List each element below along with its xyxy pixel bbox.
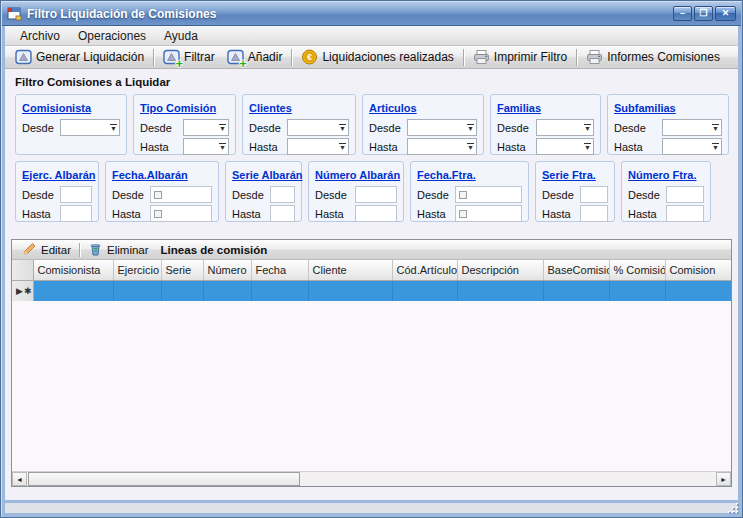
tipo-comision-link[interactable]: Tipo Comisión — [140, 102, 216, 114]
fecha-albaran-hasta-datepicker[interactable] — [150, 205, 212, 222]
liquidaciones-realizadas-button[interactable]: € Liquidaciones realizadas — [295, 47, 459, 67]
scrollbar-track[interactable] — [300, 472, 716, 486]
scroll-left-arrow-icon[interactable]: ◄ — [12, 472, 27, 486]
serie-albaran-link[interactable]: Serie Albarán — [232, 169, 303, 181]
numero-albaran-link[interactable]: Número Albarán — [315, 169, 400, 181]
col-descripcion[interactable]: Descripción — [457, 260, 543, 280]
fecha-ftra-hasta-datepicker[interactable] — [455, 205, 522, 222]
informes-comisiones-button[interactable]: Informes Comisiones — [580, 47, 726, 67]
fecha-albaran-link[interactable]: Fecha.Albarán — [112, 169, 188, 181]
subfamilias-link[interactable]: Subfamilias — [614, 102, 676, 114]
familias-hasta-combo[interactable]: ▼ — [536, 138, 594, 155]
numero-ftra-link[interactable]: Número Ftra. — [628, 169, 696, 181]
col-basecomision[interactable]: BaseComision — [543, 260, 609, 280]
checkbox-icon[interactable] — [459, 210, 467, 218]
cell[interactable] — [251, 280, 308, 301]
col-serie[interactable]: Serie — [161, 260, 203, 280]
checkbox-icon[interactable] — [459, 191, 467, 199]
col-cliente[interactable]: Cliente — [308, 260, 392, 280]
ejerc-albaran-link[interactable]: Ejerc. Albarán — [22, 169, 96, 181]
checkbox-icon[interactable] — [154, 210, 162, 218]
grid-new-row-selected[interactable]: ▶✱ — [12, 280, 731, 301]
filtrar-button[interactable]: + Filtrar — [157, 47, 221, 67]
clientes-hasta-combo[interactable]: ▼ — [287, 138, 349, 155]
col-ejercicio[interactable]: Ejercicio — [113, 260, 161, 280]
desde-label: Desde — [369, 122, 407, 134]
hasta-label: Hasta — [369, 141, 407, 153]
familias-link[interactable]: Familias — [497, 102, 541, 114]
maximize-button[interactable]: ❐ — [694, 6, 713, 21]
cell[interactable] — [665, 280, 731, 301]
serie-albaran-hasta-input[interactable] — [270, 205, 295, 222]
familias-desde-combo[interactable]: ▼ — [536, 119, 594, 136]
close-button[interactable]: ✕ — [715, 6, 736, 21]
filter-group-numero-ftra: Número Ftra. Desde Hasta — [621, 161, 711, 222]
fecha-ftra-link[interactable]: Fecha.Ftra. — [417, 169, 476, 181]
desde-label: Desde — [628, 189, 666, 201]
clientes-desde-combo[interactable]: ▼ — [287, 119, 349, 136]
fecha-ftra-desde-datepicker[interactable] — [455, 186, 522, 203]
hasta-label: Hasta — [315, 208, 353, 220]
serie-ftra-desde-input[interactable] — [580, 186, 608, 203]
numero-ftra-hasta-input[interactable] — [666, 205, 704, 222]
col-numero[interactable]: Número — [203, 260, 251, 280]
editar-button[interactable]: Editar — [16, 241, 77, 259]
cell[interactable] — [308, 280, 392, 301]
menu-bar: Archivo Operaciones Ayuda — [5, 26, 738, 46]
menu-ayuda[interactable]: Ayuda — [155, 27, 207, 45]
hasta-label: Hasta — [232, 208, 270, 220]
resize-grip-icon[interactable] — [728, 503, 740, 515]
cell[interactable] — [33, 280, 113, 301]
fecha-albaran-desde-datepicker[interactable] — [150, 186, 212, 203]
anadir-label: Añadir — [248, 50, 283, 64]
subfamilias-desde-combo[interactable]: ▼ — [662, 119, 722, 136]
col-fecha[interactable]: Fecha — [251, 260, 308, 280]
articulos-desde-combo[interactable]: ▼ — [407, 119, 477, 136]
commission-lines-grid[interactable]: Comisionista Ejercicio Serie Número Fech… — [12, 260, 731, 471]
clientes-link[interactable]: Clientes — [249, 102, 292, 114]
articulos-hasta-combo[interactable]: ▼ — [407, 138, 477, 155]
cell[interactable] — [543, 280, 609, 301]
tipo-comision-desde-combo[interactable]: ▼ — [183, 119, 229, 136]
menu-operaciones[interactable]: Operaciones — [69, 27, 155, 45]
numero-ftra-desde-input[interactable] — [666, 186, 704, 203]
col-comision[interactable]: Comision — [665, 260, 731, 280]
numero-albaran-hasta-input[interactable] — [355, 205, 397, 222]
cell[interactable] — [609, 280, 665, 301]
horizontal-scrollbar[interactable]: ◄ ► — [12, 471, 731, 486]
hasta-label: Hasta — [112, 208, 150, 220]
anadir-button[interactable]: + Añadir — [221, 47, 289, 67]
imprimir-filtro-button[interactable]: Imprimir Filtro — [467, 47, 573, 67]
filter-add-icon: + — [163, 49, 180, 65]
hasta-label: Hasta — [628, 208, 666, 220]
scroll-right-arrow-icon[interactable]: ► — [716, 472, 731, 486]
cell[interactable] — [203, 280, 251, 301]
ejerc-albaran-desde-input[interactable] — [60, 186, 92, 203]
minimize-button[interactable]: – — [673, 6, 692, 21]
cell[interactable] — [392, 280, 457, 301]
ejerc-albaran-hasta-input[interactable] — [60, 205, 92, 222]
filter-group-subfamilias: Subfamilias Desde ▼ Hasta ▼ — [607, 94, 729, 155]
subfamilias-hasta-combo[interactable]: ▼ — [662, 138, 722, 155]
title-bar[interactable]: Filtro Liquidación de Comisiones – ❐ ✕ — [2, 2, 741, 26]
cell[interactable] — [161, 280, 203, 301]
toolbar-separator — [291, 49, 292, 66]
serie-ftra-link[interactable]: Serie Ftra. — [542, 169, 596, 181]
numero-albaran-desde-input[interactable] — [355, 186, 397, 203]
articulos-link[interactable]: Articulos — [369, 102, 417, 114]
checkbox-icon[interactable] — [154, 191, 162, 199]
cell[interactable] — [113, 280, 161, 301]
cell[interactable] — [457, 280, 543, 301]
comisionista-link[interactable]: Comisionista — [22, 102, 91, 114]
scrollbar-thumb[interactable] — [28, 472, 300, 486]
col-pct-comision[interactable]: % Comisión — [609, 260, 665, 280]
col-cod-articulo[interactable]: Cód.Artículo — [392, 260, 457, 280]
serie-albaran-desde-input[interactable] — [270, 186, 295, 203]
comisionista-desde-combo[interactable]: ▼ — [60, 119, 120, 136]
menu-archivo[interactable]: Archivo — [11, 27, 69, 45]
eliminar-button[interactable]: Eliminar — [82, 241, 155, 259]
serie-ftra-hasta-input[interactable] — [580, 205, 608, 222]
col-comisionista[interactable]: Comisionista — [33, 260, 113, 280]
generar-liquidacion-button[interactable]: Generar Liquidación — [9, 47, 150, 67]
tipo-comision-hasta-combo[interactable]: ▼ — [183, 138, 229, 155]
